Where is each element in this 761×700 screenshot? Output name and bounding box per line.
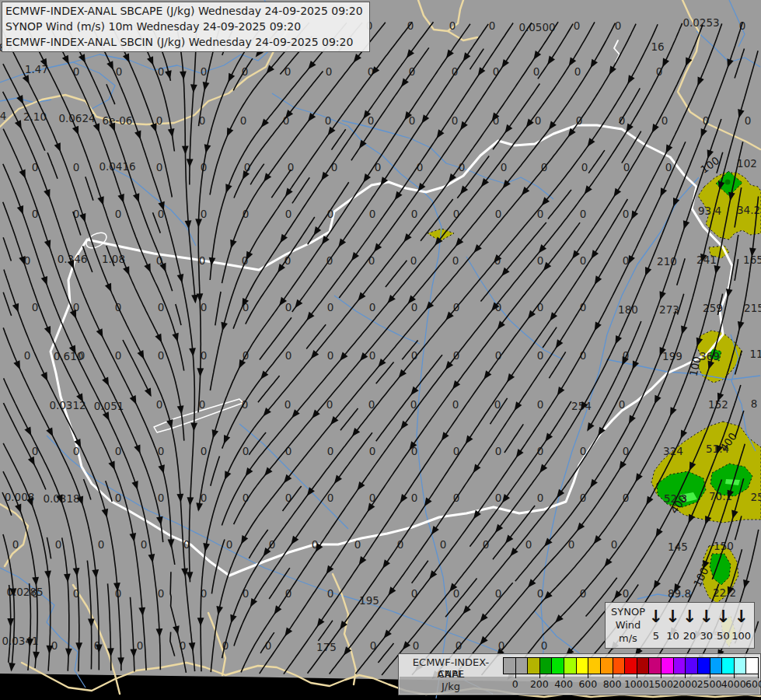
station-zero: 0 [623,208,630,220]
wind-speed-label: 20 [681,630,698,642]
title-box: ECMWF-INDEX-ANAL SBCAPE (J/kg) Wednesday… [2,2,370,52]
wind-legend: SYNOP Wind m/s ↓5↓10↓20↓30↓50↓100 [605,602,755,649]
station-zero: 0 [243,445,250,457]
station-zero: 0 [537,445,544,457]
station-value: 102 [737,157,757,170]
station-value: 0.0312 [49,399,86,411]
cape-color-cell [685,657,698,674]
station-zero: 0 [537,492,544,504]
station-value: 215 [744,302,761,314]
station-zero: 0 [452,114,459,127]
wind-speed-entry: ↓50 [715,605,732,646]
station-zero: 0 [158,587,165,600]
cape-color-cell [648,657,662,674]
station-zero: 0 [327,492,334,504]
wind-arrow-icon: ↓ [648,605,665,628]
station-zero: 0 [525,538,532,551]
title-sbcin: ECMWF-INDEX-ANAL SBCIN (J/kg) Wednesday … [5,34,363,50]
station-zero: 0 [495,492,502,504]
station-zero: 0 [201,301,208,313]
station-zero: 0 [370,639,377,652]
station-zero: 0 [201,445,208,457]
station-zero: 0 [115,445,122,457]
wind-arrow-icon: ↓ [731,605,751,628]
cape-color-cell [673,657,686,674]
wind-arrow-icon: ↓ [698,605,715,628]
station-zero: 0 [501,161,508,173]
cape-color-cell [539,657,553,674]
station-zero: 0 [288,161,295,173]
station-zero: 0 [368,114,375,127]
station-zero: 0 [98,538,105,551]
station-zero: 0 [285,398,291,411]
station-zero: 0 [201,208,208,220]
station-zero: 0 [495,445,502,457]
station-zero: 0 [326,65,333,78]
station-value: 25 [750,491,761,503]
wind-speed-entry: ↓100 [731,605,751,646]
station-zero: 0 [158,65,165,78]
wind-legend-scale: ↓5↓10↓20↓30↓50↓100 [648,605,751,646]
station-zero: 0 [369,445,376,457]
station-zero: 0 [243,208,250,220]
station-value: 210 [657,255,677,268]
station-zero: 0 [407,19,414,32]
wind-legend-subtitle: Wind [609,618,648,632]
station-zero: 0 [156,114,163,127]
station-zero: 0 [158,301,165,313]
station-zero: 0 [327,587,334,600]
station-value: 369 [700,350,720,362]
cape-color-cell [515,657,529,674]
cape-color-cell [624,657,637,674]
station-zero: 0 [369,349,376,362]
station-zero: 0 [240,114,247,127]
cape-legend-unit: J/kg [400,681,501,692]
wind-speed-label: 30 [698,630,715,642]
station-zero: 0 [325,114,332,127]
cape-color-cell [734,657,747,674]
station-zero: 0 [285,208,292,220]
station-zero: 0 [662,114,668,127]
station-zero: 0 [440,538,447,551]
station-zero: 0 [410,254,417,267]
station-zero: 0 [285,492,292,504]
cape-color-cell [637,657,650,674]
station-zero: 0 [199,398,206,411]
station-value: 4 [0,110,6,122]
station-value: 8 [751,397,758,410]
station-zero: 0 [615,19,622,32]
station-zero: 0 [665,161,672,173]
station-zero: 0 [327,301,334,313]
station-zero: 0 [137,639,144,652]
wind-speed-label: 10 [665,630,682,642]
station-zero: 0 [158,492,165,504]
cape-color-cell [551,657,564,674]
station-zero: 0 [580,254,587,267]
station-value: 273 [659,303,679,316]
station-zero: 0 [397,538,404,551]
wind-legend-title: SYNOP [609,605,648,618]
wind-arrow-icon: ↓ [715,605,732,628]
station-zero: 0 [537,349,544,362]
station-zero: 0 [327,445,334,457]
station-zero: 0 [201,65,208,78]
station-zero: 0 [226,538,233,551]
station-zero: 0 [537,398,544,411]
cape-legend: ECMWF-INDEX-ANAL CAPE J/kg 0200400600800… [398,653,761,695]
wind-speed-label: 100 [731,630,751,642]
station-zero: 0 [51,639,58,652]
cape-color-cell [564,657,577,674]
wind-speed-entry: ↓30 [698,605,715,646]
station-zero: 0 [489,19,496,32]
station-zero: 0 [537,254,544,267]
station-zero: 0 [411,587,418,600]
station-value: 145 [668,541,688,553]
station-value: 180 [618,303,638,316]
station-zero: 0 [12,538,19,551]
station-value: 93.4 [698,205,721,217]
station-value: 195 [359,594,379,607]
station-zero: 0 [533,65,540,78]
cape-color-cell [721,657,735,674]
wind-arrow-icon: ↓ [681,605,698,628]
weather-map-screenshot: 100100400400100870.02530.0500161.4742.10… [0,0,761,700]
